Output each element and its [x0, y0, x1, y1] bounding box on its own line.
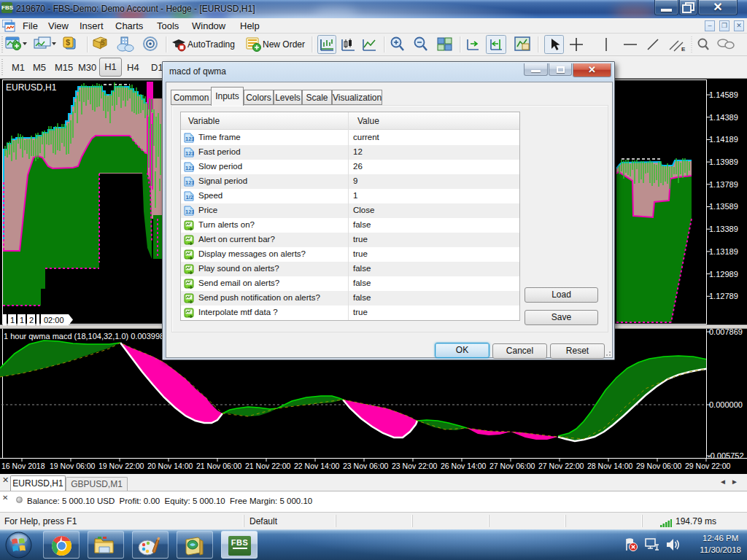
svg-text:1: 1 — [10, 316, 15, 324]
svg-text:$: $ — [66, 38, 70, 47]
svg-text:1: 1 — [20, 316, 24, 324]
svg-text:2: 2 — [29, 316, 34, 324]
svg-text:E: E — [681, 46, 686, 52]
svg-text:02:00: 02:00 — [44, 316, 64, 324]
svg-text:5: 5 — [101, 39, 105, 47]
